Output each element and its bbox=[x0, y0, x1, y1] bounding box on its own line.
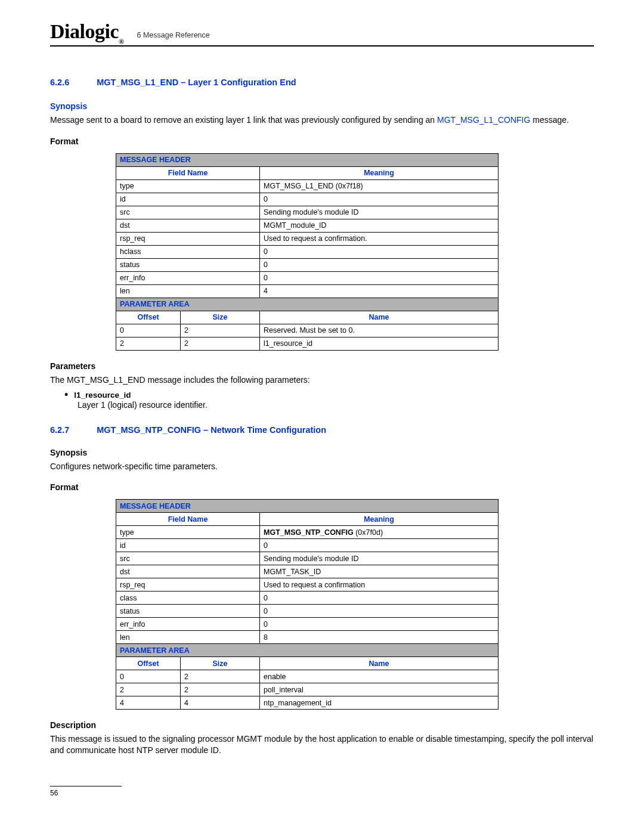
table-row: 22poll_interval bbox=[116, 683, 499, 696]
cell-meaning: 0 bbox=[260, 193, 499, 206]
logo: Dialogic® bbox=[50, 21, 123, 44]
cell-field: len bbox=[116, 631, 260, 644]
section-heading-627: 6.2.7 MGT_MSG_NTP_CONFIG – Network Time … bbox=[50, 425, 594, 435]
format-heading-2: Format bbox=[50, 482, 594, 492]
table-row: dstMGMT_module_ID bbox=[116, 219, 499, 232]
section-heading-626: 6.2.6 MGT_MSG_L1_END – Layer 1 Configura… bbox=[50, 78, 594, 87]
cell-name: ntp_management_id bbox=[260, 696, 499, 710]
synopsis-text-2: Configures network-specific time paramet… bbox=[50, 461, 594, 472]
cell-meaning: Sending module's module ID bbox=[260, 206, 499, 219]
cell-offset: 4 bbox=[116, 696, 181, 710]
page-header: Dialogic® 6 Message Reference bbox=[50, 21, 594, 47]
msg-header-banner-2: MESSAGE HEADER bbox=[116, 500, 499, 513]
table-row: len4 bbox=[116, 284, 499, 298]
synopsis-text: Message sent to a board to remove an exi… bbox=[50, 114, 594, 126]
cell-meaning: Sending module's module ID bbox=[260, 552, 499, 565]
col-size: Size bbox=[181, 311, 260, 324]
cell-offset: 2 bbox=[116, 683, 181, 696]
cell-meaning: Used to request a confirmation bbox=[260, 578, 499, 592]
cell-size: 2 bbox=[181, 337, 260, 350]
col-size-2: Size bbox=[181, 657, 260, 670]
cell-name: l1_resource_id bbox=[260, 337, 499, 350]
cell-size: 2 bbox=[181, 324, 260, 337]
cell-meaning: 0 bbox=[260, 539, 499, 552]
cell-field: status bbox=[116, 258, 260, 271]
cell-field: rsp_req bbox=[116, 232, 260, 245]
table-row: 44ntp_management_id bbox=[116, 696, 499, 710]
param-bullet: • l1_resource_id Layer 1 (logical) resou… bbox=[64, 391, 594, 410]
table-row: 22l1_resource_id bbox=[116, 337, 499, 350]
cell-size: 4 bbox=[181, 696, 260, 710]
table-row: status0 bbox=[116, 258, 499, 271]
table-row: err_info0 bbox=[116, 271, 499, 284]
footnote-rule bbox=[50, 786, 122, 786]
format-heading: Format bbox=[50, 137, 594, 146]
cell-field: len bbox=[116, 284, 260, 298]
cell-meaning: 0 bbox=[260, 258, 499, 271]
cell-meaning: 8 bbox=[260, 631, 499, 644]
cell-meaning: MGT_MSG_L1_END (0x7f18) bbox=[260, 179, 499, 193]
chapter-reference: 6 Message Reference bbox=[137, 31, 209, 39]
bullet-desc: Layer 1 (logical) resource identifier. bbox=[78, 400, 594, 410]
registered-mark: ® bbox=[119, 38, 123, 46]
table-row: err_info0 bbox=[116, 618, 499, 631]
table-row: len8 bbox=[116, 631, 499, 644]
cell-field: src bbox=[116, 552, 260, 565]
cell-field: class bbox=[116, 592, 260, 605]
bullet-icon: • bbox=[64, 389, 68, 400]
cell-offset: 0 bbox=[116, 324, 181, 337]
table-row: status0 bbox=[116, 605, 499, 618]
table-row: rsp_reqUsed to request a confirmation bbox=[116, 578, 499, 592]
cell-name: enable bbox=[260, 670, 499, 683]
cell-field: type bbox=[116, 526, 260, 539]
cell-field: id bbox=[116, 539, 260, 552]
param-area-banner-2: PARAMETER AREA bbox=[116, 644, 499, 657]
section-title: MGT_MSG_L1_END – Layer 1 Configuration E… bbox=[97, 78, 296, 87]
msg-link[interactable]: MGT_MSG_L1_CONFIG bbox=[437, 115, 530, 125]
logo-text: Dialogic bbox=[50, 20, 119, 42]
table-row: 02enable bbox=[116, 670, 499, 683]
cell-field: status bbox=[116, 605, 260, 618]
msg-header-banner: MESSAGE HEADER bbox=[116, 153, 499, 166]
cell-meaning: 0 bbox=[260, 271, 499, 284]
col-name: Name bbox=[260, 311, 499, 324]
parameters-heading: Parameters bbox=[50, 361, 594, 371]
table-row: srcSending module's module ID bbox=[116, 552, 499, 565]
cell-field: dst bbox=[116, 565, 260, 578]
page-number: 56 bbox=[50, 789, 594, 797]
message-table-2: MESSAGE HEADER Field Name Meaning typeMG… bbox=[116, 499, 499, 710]
col-name-2: Name bbox=[260, 657, 499, 670]
table-row: typeMGT_MSG_L1_END (0x7f18) bbox=[116, 179, 499, 193]
table-row: class0 bbox=[116, 592, 499, 605]
col-meaning: Meaning bbox=[260, 166, 499, 179]
cell-field: err_info bbox=[116, 271, 260, 284]
col-field-name-2: Field Name bbox=[116, 513, 260, 526]
cell-offset: 0 bbox=[116, 670, 181, 683]
cell-field: rsp_req bbox=[116, 578, 260, 592]
description-heading: Description bbox=[50, 720, 594, 730]
synopsis-prefix: Message sent to a board to remove an exi… bbox=[50, 115, 437, 125]
cell-meaning: MGMT_TASK_ID bbox=[260, 565, 499, 578]
cell-meaning: 0 bbox=[260, 605, 499, 618]
synopsis-suffix: message. bbox=[530, 115, 569, 125]
table-row: 02Reserved. Must be set to 0. bbox=[116, 324, 499, 337]
cell-meaning: 0 bbox=[260, 592, 499, 605]
cell-meaning: 4 bbox=[260, 284, 499, 298]
cell-meaning: MGMT_module_ID bbox=[260, 219, 499, 232]
cell-field: err_info bbox=[116, 618, 260, 631]
cell-size: 2 bbox=[181, 670, 260, 683]
col-meaning-2: Meaning bbox=[260, 513, 499, 526]
section-number: 6.2.6 bbox=[50, 78, 69, 87]
table-row: hclass0 bbox=[116, 245, 499, 258]
section-number: 6.2.7 bbox=[50, 425, 69, 435]
table-row: id0 bbox=[116, 539, 499, 552]
table-row: typeMGT_MSG_NTP_CONFIG (0x7f0d) bbox=[116, 526, 499, 539]
description-text: This message is issued to the signaling … bbox=[50, 733, 594, 756]
col-field-name: Field Name bbox=[116, 166, 260, 179]
cell-size: 2 bbox=[181, 683, 260, 696]
cell-meaning: MGT_MSG_NTP_CONFIG (0x7f0d) bbox=[260, 526, 499, 539]
cell-meaning: 0 bbox=[260, 618, 499, 631]
cell-meaning: 0 bbox=[260, 245, 499, 258]
cell-meaning: Used to request a confirmation. bbox=[260, 232, 499, 245]
synopsis-heading: Synopsis bbox=[50, 101, 594, 111]
